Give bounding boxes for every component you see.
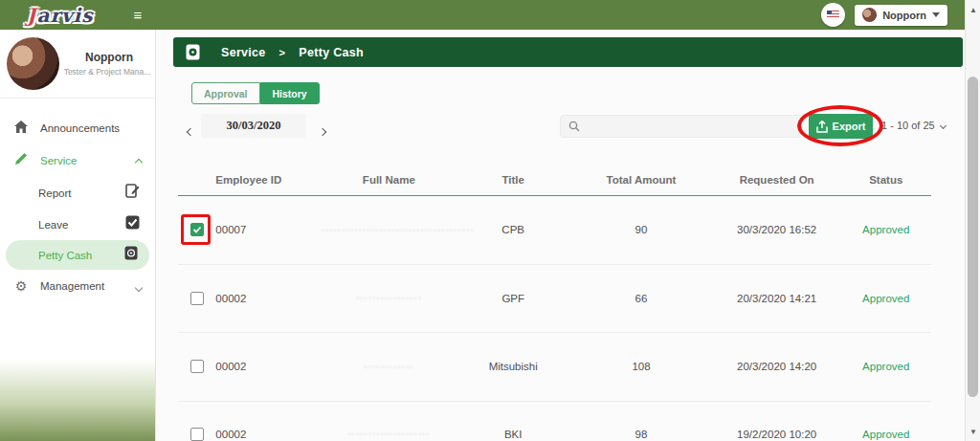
cell-title: BKI xyxy=(457,429,569,440)
cell-employee-id: 00002 xyxy=(215,429,321,440)
sidebar-item-leave[interactable]: Leave xyxy=(0,209,155,240)
table-row[interactable]: 00002 ············ Mitsubishi 108 20/3/2… xyxy=(178,333,931,402)
sidebar-item-petty-cash[interactable]: Petty Cash xyxy=(6,240,149,270)
header-status: Status xyxy=(841,174,931,186)
us-flag-icon xyxy=(827,11,839,19)
cell-requested-on: 30/3/2020 16:52 xyxy=(713,224,841,235)
language-flag-button[interactable] xyxy=(821,3,845,27)
cell-requested-on: 19/2/2020 10:20 xyxy=(713,429,841,440)
cell-requested-on: 20/3/2020 14:20 xyxy=(713,361,841,372)
breadcrumb: Service > Petty Cash xyxy=(173,37,963,67)
chevron-down-icon xyxy=(932,12,940,17)
table-row[interactable]: 00002 ················ GPF 66 20/3/2020 … xyxy=(178,265,931,334)
table-header-row: Employee ID Full Name Title Total Amount… xyxy=(178,164,931,196)
table-row[interactable]: 00002 ···················· BKI 98 19/2/2… xyxy=(178,402,931,441)
pagination-control[interactable]: 1 - 10 of 25 xyxy=(881,120,946,131)
cell-full-name-redacted: ···················· xyxy=(322,429,457,439)
petty-cash-icon xyxy=(124,246,138,264)
logo-rest: arvis xyxy=(36,4,93,27)
topbar-right-group: Nopporn xyxy=(821,3,947,27)
user-avatar-small xyxy=(862,8,877,22)
petty-cash-breadcrumb-icon xyxy=(186,44,200,60)
export-button[interactable]: Export xyxy=(809,114,873,139)
sidebar-item-service[interactable]: Service xyxy=(0,144,155,177)
export-area: Export xyxy=(809,114,873,139)
tab-approval[interactable]: Approval xyxy=(191,82,260,104)
user-menu-button[interactable]: Nopporn xyxy=(855,5,947,26)
top-bar: Jarvis ≡ Nopporn xyxy=(0,0,965,30)
sidebar-item-management[interactable]: ⚙ Management xyxy=(0,270,155,302)
cell-total-amount: 108 xyxy=(569,361,713,372)
sidebar-item-label: Petty Cash xyxy=(38,250,92,261)
search-box xyxy=(560,115,802,138)
header-full-name: Full Name xyxy=(322,174,457,186)
search-icon xyxy=(568,121,580,132)
avatar[interactable] xyxy=(7,37,59,90)
status-badge: Approved xyxy=(841,224,931,235)
date-display[interactable]: 30/03/2020 xyxy=(201,114,306,138)
export-label: Export xyxy=(833,121,866,132)
jarvis-logo[interactable]: Jarvis xyxy=(27,6,93,25)
cell-employee-id: 00007 xyxy=(215,224,321,235)
breadcrumb-service[interactable]: Service xyxy=(221,46,266,59)
vertical-scrollbar[interactable]: ▲ ▼ xyxy=(965,0,980,441)
hamburger-menu-icon[interactable]: ≡ xyxy=(133,8,142,22)
chevron-up-icon xyxy=(136,152,142,169)
chevron-down-icon xyxy=(940,121,947,128)
next-date-button[interactable] xyxy=(320,121,325,139)
main-content: Service > Petty Cash Approval History 30… xyxy=(157,30,965,441)
checkbox-checked-icon xyxy=(125,215,140,233)
status-badge: Approved xyxy=(841,293,931,304)
scroll-down-arrow[interactable]: ▼ xyxy=(966,424,980,439)
cell-title: GPF xyxy=(457,293,569,304)
cell-full-name-redacted: ················ xyxy=(322,293,457,303)
export-icon xyxy=(816,121,828,133)
profile-role: Tester & Project Mana... xyxy=(61,67,153,77)
status-badge: Approved xyxy=(841,361,931,372)
sidebar-item-report[interactable]: Report xyxy=(0,177,155,209)
cell-total-amount: 66 xyxy=(569,293,713,304)
sidebar-item-announcements[interactable]: Announcements xyxy=(0,112,155,144)
profile-name: Nopporn xyxy=(67,51,151,64)
tab-group: Approval History xyxy=(191,82,320,104)
sidebar-menu: Announcements Service Report Leave xyxy=(0,99,155,302)
petty-cash-table: Employee ID Full Name Title Total Amount… xyxy=(178,164,931,441)
pencil-icon xyxy=(13,152,29,169)
sidebar-item-label: Report xyxy=(38,187,72,199)
gear-icon: ⚙ xyxy=(13,278,29,294)
cell-requested-on: 20/3/2020 14:21 xyxy=(713,293,841,304)
header-employee-id: Employee ID xyxy=(215,174,321,186)
tab-history[interactable]: History xyxy=(260,82,320,104)
status-badge: Approved xyxy=(841,429,931,440)
row-checkbox-checked[interactable] xyxy=(190,223,204,236)
sidebar-item-label: Management xyxy=(40,280,104,292)
breadcrumb-petty-cash: Petty Cash xyxy=(299,46,364,59)
cell-total-amount: 98 xyxy=(569,429,713,440)
pagination-range: 1 - 10 of 25 xyxy=(881,120,935,131)
cell-full-name-redacted: ············ xyxy=(322,362,457,372)
scrollbar-thumb[interactable] xyxy=(968,77,978,397)
cell-employee-id: 00002 xyxy=(215,361,321,372)
previous-date-button[interactable] xyxy=(188,121,193,139)
chevron-down-icon xyxy=(136,277,142,295)
scroll-up-arrow[interactable]: ▲ xyxy=(966,2,980,17)
cell-employee-id: 00002 xyxy=(215,293,321,304)
user-name: Nopporn xyxy=(882,10,926,21)
row-checkbox[interactable] xyxy=(190,428,204,441)
logo-letter-j: J xyxy=(27,4,36,27)
table-row[interactable]: 00007 ··································… xyxy=(178,196,931,265)
sidebar-item-label: Announcements xyxy=(40,122,120,134)
sidebar-item-label: Leave xyxy=(38,219,68,231)
report-icon xyxy=(125,184,140,202)
header-total-amount: Total Amount xyxy=(569,174,713,186)
cell-title: Mitsubishi xyxy=(457,361,569,372)
home-icon xyxy=(13,120,29,137)
breadcrumb-separator: > xyxy=(279,47,286,58)
row-checkbox[interactable] xyxy=(190,360,204,373)
sidebar: Nopporn Tester & Project Mana... Announc… xyxy=(0,30,156,441)
header-title: Title xyxy=(457,174,569,186)
petty-cash-history-page: Jarvis ≡ Nopporn Nopporn Tester & Projec… xyxy=(0,0,980,441)
search-input[interactable] xyxy=(580,121,801,132)
row-checkbox[interactable] xyxy=(190,292,204,305)
sidebar-item-label: Service xyxy=(40,155,77,166)
